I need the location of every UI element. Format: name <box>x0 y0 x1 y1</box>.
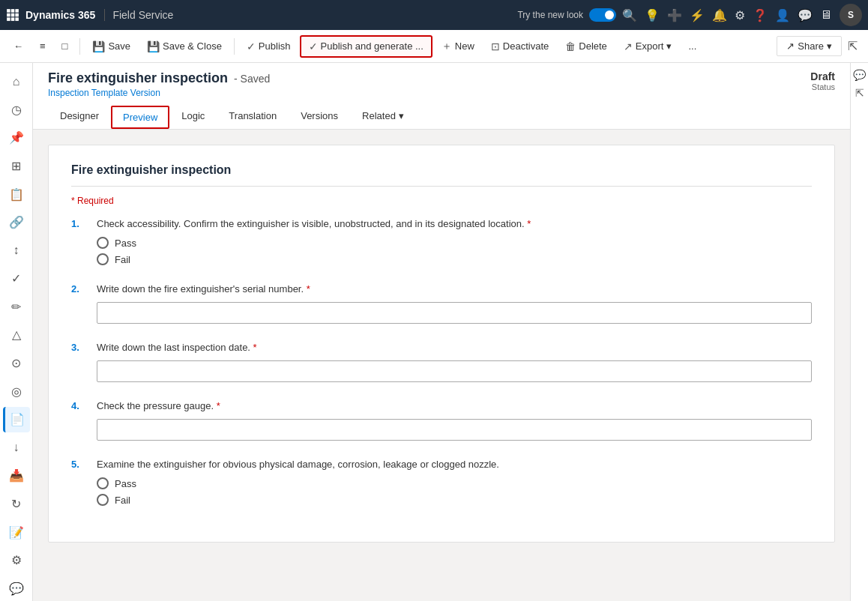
question-4-block: 4. Check the pressure gauge. * <box>71 400 812 441</box>
record-tabs: Designer Preview Logic Translation Versi… <box>48 104 416 129</box>
tab-versions[interactable]: Versions <box>289 104 350 129</box>
new-look-toggle[interactable] <box>589 8 616 22</box>
delete-label: Delete <box>579 40 607 52</box>
related-chevron-icon: ▾ <box>399 110 404 121</box>
new-button[interactable]: ＋ New <box>434 36 482 57</box>
svg-rect-7 <box>11 17 15 21</box>
question-1-radio-fail[interactable] <box>97 253 109 265</box>
question-3-text: Write down the last inspection date. * <box>97 342 257 353</box>
search-icon[interactable]: 🔍 <box>622 8 637 22</box>
sidebar-item-gear[interactable]: ⚙ <box>3 548 30 573</box>
svg-rect-4 <box>11 13 15 17</box>
sidebar-item-download[interactable]: ↓ <box>3 435 30 461</box>
sidebar-item-activities[interactable]: 📋 <box>3 181 30 207</box>
sidebar-item-clock[interactable]: ⊙ <box>3 351 30 376</box>
publish-button[interactable]: ✓ Publish <box>239 37 298 56</box>
sidebar-item-sort[interactable]: ↕ <box>3 238 30 263</box>
share-button[interactable]: ↗ Share ▾ <box>777 36 842 56</box>
new-tab-button[interactable]: □ <box>55 37 76 55</box>
sidebar-item-warning[interactable]: △ <box>3 322 30 348</box>
export-button[interactable]: ↗ Export ▾ <box>616 37 680 56</box>
sidebar-item-location[interactable]: ◎ <box>3 378 30 404</box>
question-2-text: Write down the fire extinguisher's seria… <box>97 283 310 295</box>
user-avatar[interactable]: S <box>840 4 862 26</box>
question-5-num: 5. <box>71 459 89 470</box>
save-button[interactable]: 💾 Save <box>85 37 138 56</box>
record-title-text: Fire extinguisher inspection <box>48 70 228 86</box>
sidebar-item-notes[interactable]: 📝 <box>3 519 30 545</box>
question-1-radio-pass[interactable] <box>97 237 109 249</box>
question-1-option-pass[interactable]: Pass <box>97 237 812 249</box>
question-1-label-fail: Fail <box>115 254 130 265</box>
try-new-look-label: Try the new look <box>517 10 583 20</box>
tab-logic[interactable]: Logic <box>169 104 217 129</box>
question-3-row: 3. Write down the last inspection date. … <box>71 342 812 353</box>
help-icon[interactable]: ❓ <box>753 8 768 22</box>
right-pane: 💬 ⇱ <box>850 63 868 601</box>
sidebar-item-chat[interactable]: 💬 <box>3 576 30 601</box>
save-close-label: Save & Close <box>163 40 222 52</box>
question-4-input[interactable] <box>97 419 812 441</box>
question-1-text: Check accessibility. Confirm the extingu… <box>97 218 531 229</box>
export-label: Export <box>636 40 664 52</box>
tab-translation[interactable]: Translation <box>217 104 289 129</box>
record-header: Fire extinguisher inspection - Saved Ins… <box>33 63 850 130</box>
filter-icon[interactable]: ⚡ <box>690 8 705 22</box>
sidebar-item-connections[interactable]: 🔗 <box>3 210 30 235</box>
sidebar-item-edit[interactable]: ✏ <box>3 295 30 320</box>
apps-grid-button[interactable] <box>6 8 19 22</box>
question-5-radio-fail[interactable] <box>97 494 109 506</box>
add-icon[interactable]: ➕ <box>667 8 682 22</box>
publish-label: Publish <box>259 40 291 52</box>
tab-related[interactable]: Related ▾ <box>350 104 416 129</box>
sidebar-item-sync[interactable]: ↻ <box>3 492 30 517</box>
delete-button[interactable]: 🗑 Delete <box>558 37 615 56</box>
tab-designer[interactable]: Designer <box>48 104 111 129</box>
question-5-option-pass[interactable]: Pass <box>97 477 812 489</box>
lightbulb-icon[interactable]: 💡 <box>645 8 660 22</box>
back-button[interactable]: ← <box>6 37 31 55</box>
tab-preview[interactable]: Preview <box>111 106 169 129</box>
screen-icon[interactable]: 🖥 <box>820 8 832 22</box>
share-icon: ↗ <box>786 40 795 52</box>
sidebar-item-document[interactable]: 📄 <box>3 407 30 432</box>
question-5-label-pass: Pass <box>115 478 136 489</box>
publish-generate-button[interactable]: ✓ Publish and generate ... <box>300 35 433 58</box>
question-5-radio-pass[interactable] <box>97 477 109 489</box>
question-2-input[interactable] <box>97 302 812 324</box>
question-4-num: 4. <box>71 400 89 411</box>
deactivate-button[interactable]: ⊡ Deactivate <box>483 37 556 56</box>
svg-rect-2 <box>15 9 19 13</box>
question-1-option-fail[interactable]: Fail <box>97 253 812 265</box>
save-close-button[interactable]: 💾 Save & Close <box>139 37 229 56</box>
right-pane-icon-1[interactable]: 💬 <box>853 69 866 81</box>
chat-icon[interactable]: 💬 <box>798 8 813 22</box>
top-icons-group: 🔍 💡 ➕ ⚡ 🔔 ⚙ ❓ 👤 💬 🖥 S <box>622 4 862 26</box>
record-status-value: Draft <box>810 70 835 82</box>
record-saved-status: - Saved <box>234 73 270 85</box>
bell-icon[interactable]: 🔔 <box>712 8 727 22</box>
sidebar-item-entities[interactable]: ⊞ <box>3 154 30 179</box>
record-title-area: Fire extinguisher inspection - Saved Ins… <box>48 70 416 129</box>
question-3-input[interactable] <box>97 360 812 382</box>
share-chevron-icon: ▾ <box>827 40 832 52</box>
app-name: Field Service <box>104 9 173 21</box>
question-1-row: 1. Check accessibility. Confirm the exti… <box>71 218 812 229</box>
sidebar-item-pinned[interactable]: 📌 <box>3 125 30 151</box>
question-2-row: 2. Write down the fire extinguisher's se… <box>71 283 812 295</box>
sidebar-item-home[interactable]: ⌂ <box>3 69 30 94</box>
main-content: Fire extinguisher inspection - Saved Ins… <box>33 63 850 601</box>
settings-icon[interactable]: ⚙ <box>735 8 745 22</box>
menu-button[interactable]: ≡ <box>32 37 53 55</box>
sidebar-item-inbox[interactable]: 📥 <box>3 463 30 489</box>
more-button[interactable]: ... <box>681 37 704 55</box>
expand-button[interactable]: ⇱ <box>843 35 862 57</box>
user-icon[interactable]: 👤 <box>775 8 790 22</box>
question-5-label-fail: Fail <box>115 495 130 506</box>
sidebar-item-checklist[interactable]: ✓ <box>3 266 30 292</box>
sidebar-item-recent[interactable]: ◷ <box>3 97 30 123</box>
question-5-option-fail[interactable]: Fail <box>97 494 812 506</box>
right-pane-icon-2[interactable]: ⇱ <box>855 87 864 99</box>
new-icon: ＋ <box>441 40 452 53</box>
top-navigation: Dynamics 365 Field Service Try the new l… <box>0 0 868 30</box>
